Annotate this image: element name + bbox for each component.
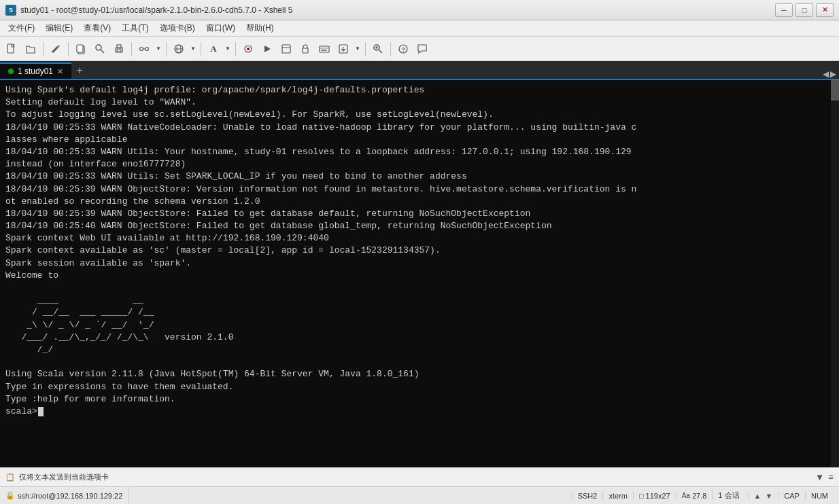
new-file-button[interactable] — [3, 40, 20, 58]
help-button[interactable]: ? — [394, 40, 412, 58]
toolbar: ▼ ▼ A ▼ ▼ ? — [0, 37, 839, 61]
toolbar-sep-8 — [390, 42, 391, 56]
paste-bar-down[interactable]: ▼ — [815, 472, 824, 482]
close-button[interactable]: ✕ — [816, 3, 834, 17]
restore-button[interactable]: □ — [795, 3, 813, 17]
status-protocol: SSH2 — [572, 492, 603, 500]
tab-close-icon[interactable]: ✕ — [57, 67, 63, 76]
font-dropdown[interactable]: ▼ — [224, 40, 232, 58]
tab-bar: 1 study01 ✕ + ◀ ▶ — [0, 61, 839, 80]
terminal-line-9: ot enabled so recording the schema versi… — [5, 196, 834, 208]
status-fontsize: Aa 27.8 — [676, 492, 713, 500]
tab-study01[interactable]: 1 study01 ✕ — [0, 62, 71, 79]
status-scroll-arrows: ▲ ▼ — [748, 492, 778, 500]
scroll-up-button[interactable]: ▲ — [753, 492, 763, 500]
globe-button[interactable] — [170, 40, 188, 58]
connection-text: ssh://root@192.168.190.129:22 — [18, 492, 122, 500]
keyboard-button[interactable] — [315, 40, 333, 58]
terminal-line-23: Using Scala version 2.11.8 (Java HotSpot… — [5, 368, 834, 380]
paste-text: 仅将文本发送到当前选项卡 — [19, 472, 109, 482]
terminal-line-13: Spark context available as 'sc' (master … — [5, 245, 834, 257]
menu-file[interactable]: 文件(F) — [3, 21, 40, 35]
terminal-line-7: 18/04/10 00:25:33 WARN Utils: Set SPARK_… — [5, 170, 834, 183]
font-button[interactable]: A — [205, 40, 222, 58]
svg-point-16 — [247, 48, 250, 50]
connect-dropdown[interactable]: ▼ — [154, 40, 162, 58]
app-icon: S — [5, 5, 16, 16]
copy-button[interactable] — [72, 40, 90, 58]
export-dropdown[interactable]: ▼ — [354, 40, 362, 58]
toolbar-sep-6 — [235, 42, 236, 56]
tab-status-dot — [8, 69, 14, 74]
terminal-line-24: Type in expressions to have them evaluat… — [5, 381, 834, 393]
menu-window[interactable]: 窗口(W) — [201, 21, 241, 35]
scroll-down-button[interactable]: ▼ — [764, 492, 774, 500]
status-right-group: SSH2 xterm □ 119x27 Aa 27.8 1 会话 ▲ ▼ CAP… — [572, 490, 834, 501]
svg-point-4 — [96, 45, 101, 50]
terminal-line-8: 18/04/10 00:25:39 WARN ObjectStore: Vers… — [5, 183, 834, 196]
status-termsize: □ 119x27 — [633, 492, 676, 500]
terminal-line-0: Using Spark's default log4j profile: org… — [5, 84, 834, 96]
svg-point-9 — [140, 47, 143, 50]
svg-rect-18 — [282, 45, 290, 53]
play-button[interactable] — [258, 40, 276, 58]
connect-button[interactable] — [135, 40, 153, 58]
term-size-icon: □ — [639, 492, 644, 500]
svg-rect-21 — [320, 46, 329, 52]
terminal-line-10: 18/04/10 00:25:39 WARN ObjectStore: Fail… — [5, 208, 834, 220]
tab-next-button[interactable]: ▶ — [830, 69, 836, 79]
svg-rect-8 — [117, 50, 121, 52]
terminal-line-5: 18/04/10 00:25:33 WARN Utils: Your hostn… — [5, 146, 834, 158]
num-label: NUM — [811, 492, 828, 500]
tab-prev-button[interactable]: ◀ — [823, 69, 829, 79]
protocol-text: SSH2 — [578, 492, 598, 500]
globe-dropdown[interactable]: ▼ — [189, 40, 197, 58]
svg-line-5 — [101, 50, 105, 53]
encoding-text: xterm — [609, 492, 628, 500]
record-button[interactable] — [239, 40, 257, 58]
terminal-line-spark-4: /___/ .__/\_,_/_/ /_/\_\ version 2.1.0 — [5, 331, 834, 344]
status-bar: 🔒 ssh://root@192.168.190.129:22 SSH2 xte… — [0, 486, 839, 504]
cap-label: CAP — [784, 492, 800, 500]
terminal-line-15: Welcome to — [5, 270, 834, 282]
menu-tabs[interactable]: 选项卡(B) — [154, 21, 201, 35]
terminal-line-2: To adjust logging level use sc.setLogLev… — [5, 109, 834, 121]
font-size-icon: Aa — [682, 492, 690, 499]
lock-button[interactable] — [296, 40, 314, 58]
search-button[interactable] — [91, 40, 109, 58]
expand-button[interactable] — [277, 40, 295, 58]
svg-line-30 — [379, 50, 383, 53]
svg-rect-3 — [77, 45, 83, 52]
scrollbar-thumb[interactable] — [831, 80, 839, 101]
paste-bar-menu[interactable]: ≡ — [828, 472, 834, 482]
terminal-line-11: 18/04/10 00:25:40 WARN ObjectStore: Fail… — [5, 220, 834, 232]
terminal-line-3: 18/04/10 00:25:33 WARN NativeCodeLoader:… — [5, 122, 834, 134]
menu-bar: 文件(F) 编辑(E) 查看(V) 工具(T) 选项卡(B) 窗口(W) 帮助(… — [0, 20, 839, 37]
menu-view[interactable]: 查看(V) — [78, 21, 116, 35]
sessions-text: 1 会话 — [718, 490, 739, 501]
terminal-area[interactable]: Using Spark's default log4j profile: org… — [0, 80, 839, 467]
zoom-button[interactable] — [369, 40, 387, 58]
menu-edit[interactable]: 编辑(E) — [40, 21, 78, 35]
prompt-text: scala> — [5, 406, 37, 418]
terminal-line-spark-5: /_/ — [5, 344, 834, 356]
paste-bar-actions: ▼ ≡ — [815, 472, 834, 482]
edit-button[interactable] — [47, 40, 65, 58]
print-button[interactable] — [110, 40, 128, 58]
chat-button[interactable] — [413, 40, 431, 58]
terminal-line-4: lasses where applicable — [5, 134, 834, 146]
export-button[interactable] — [335, 40, 352, 58]
terminal-scrollbar[interactable] — [831, 80, 839, 467]
open-button[interactable] — [22, 40, 39, 58]
terminal-line-spark-2: / __/__ ___ _____/ /__ — [5, 306, 834, 319]
svg-text:?: ? — [402, 46, 406, 53]
terminal-line-16 — [5, 282, 834, 294]
window-controls: ─ □ ✕ — [775, 3, 834, 17]
terminal-line-1: Setting default log level to "WARN". — [5, 96, 834, 109]
window-title: study01 - root@study-01:/usr/local/spark… — [20, 5, 775, 15]
add-tab-button[interactable]: + — [71, 62, 88, 79]
toolbar-sep-1 — [43, 42, 44, 56]
minimize-button[interactable]: ─ — [775, 3, 793, 17]
menu-help[interactable]: 帮助(H) — [241, 21, 279, 35]
menu-tools[interactable]: 工具(T) — [116, 21, 154, 35]
